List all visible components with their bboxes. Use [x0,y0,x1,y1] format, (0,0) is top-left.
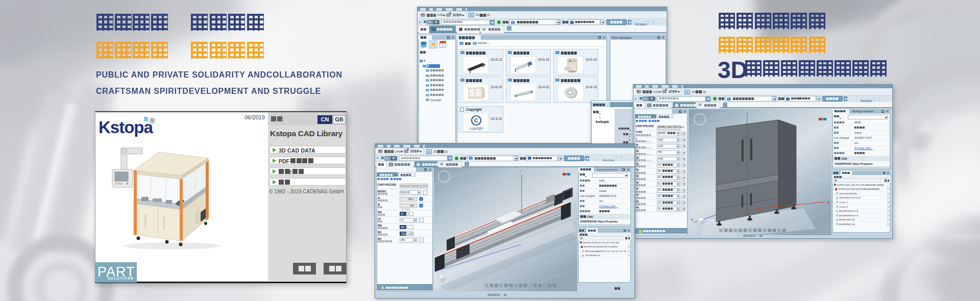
svg-text:C: C [474,117,478,123]
svg-text:Z: Z [691,218,693,221]
svg-text:copyright: copyright [470,127,483,131]
svg-text:X: X [827,201,829,204]
svg-text:Y: Y [520,170,522,173]
